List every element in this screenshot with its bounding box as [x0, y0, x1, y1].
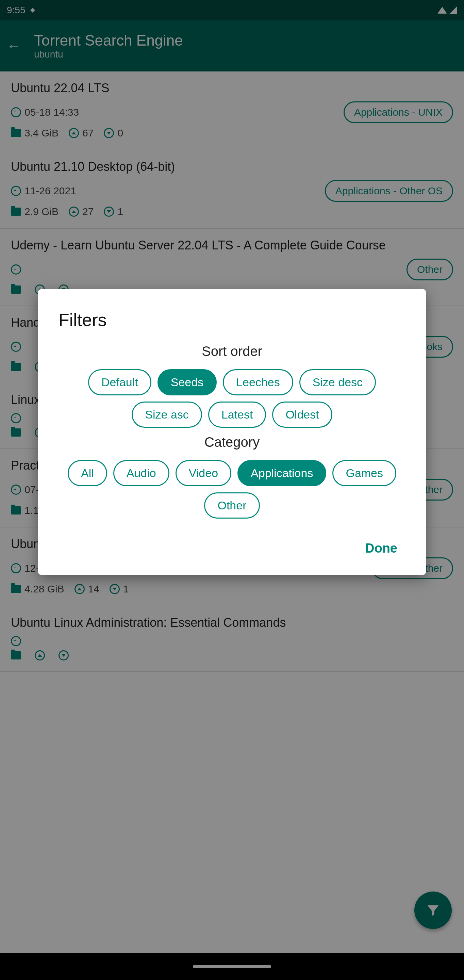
category-chip[interactable]: Other: [204, 492, 259, 519]
dialog-title: Filters: [59, 310, 405, 330]
sort-chip[interactable]: Size asc: [132, 401, 202, 428]
category-label: Category: [59, 434, 405, 450]
sort-chip[interactable]: Default: [88, 369, 151, 395]
sort-order-label: Sort order: [59, 344, 405, 359]
category-chip[interactable]: Video: [176, 460, 231, 486]
category-chip[interactable]: All: [68, 460, 107, 486]
category-chip[interactable]: Games: [332, 460, 396, 486]
sort-chip[interactable]: Leeches: [223, 369, 293, 395]
sort-chip[interactable]: Latest: [208, 401, 266, 428]
sort-chips: DefaultSeedsLeechesSize descSize ascLate…: [59, 369, 405, 428]
sort-chip[interactable]: Size desc: [299, 369, 376, 395]
category-chip[interactable]: Applications: [237, 460, 326, 486]
filters-dialog: Filters Sort order DefaultSeedsLeechesSi…: [38, 289, 426, 575]
category-chip[interactable]: Audio: [113, 460, 169, 486]
category-chips: AllAudioVideoApplicationsGamesOther: [59, 460, 405, 519]
sort-chip[interactable]: Seeds: [157, 369, 217, 395]
sort-chip[interactable]: Oldest: [272, 401, 332, 428]
done-button[interactable]: Done: [357, 536, 405, 561]
